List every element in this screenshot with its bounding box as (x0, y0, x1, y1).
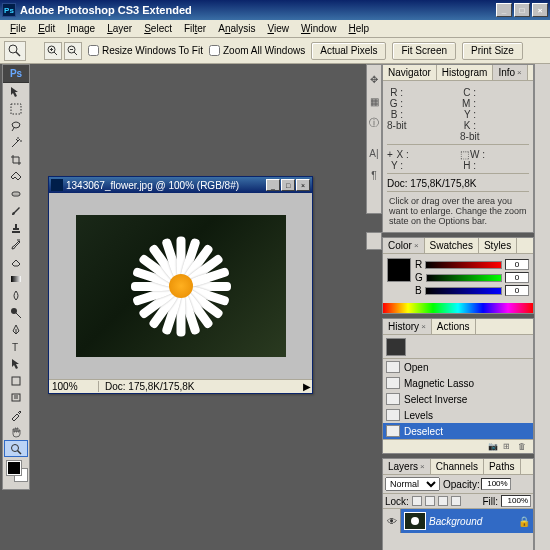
color-tab[interactable]: Color× (383, 238, 425, 253)
lock-all-button[interactable] (451, 496, 461, 506)
color-swatches[interactable] (3, 459, 29, 485)
info-dock-icon[interactable]: ⓘ (367, 113, 381, 133)
history-item-open[interactable]: Open (383, 359, 533, 375)
brush-tool[interactable] (4, 202, 28, 219)
marquee-tool[interactable] (4, 100, 28, 117)
fit-screen-button[interactable]: Fit Screen (392, 42, 456, 60)
doc-minimize-button[interactable]: _ (266, 179, 280, 191)
lasso-tool[interactable] (4, 117, 28, 134)
lock-transparency-button[interactable] (412, 496, 422, 506)
new-snapshot-button[interactable]: 📷 (488, 442, 500, 452)
menu-help[interactable]: Help (343, 21, 376, 36)
visibility-toggle[interactable]: 👁 (383, 509, 401, 533)
zoom-field[interactable]: 100% (49, 381, 99, 392)
blur-tool[interactable] (4, 287, 28, 304)
maximize-button[interactable]: □ (514, 3, 530, 17)
foreground-color-swatch[interactable] (7, 461, 21, 475)
eraser-tool[interactable] (4, 253, 28, 270)
doc-close-button[interactable]: × (296, 179, 310, 191)
history-item-deselect[interactable]: Deselect (383, 423, 533, 439)
doc-size-info[interactable]: Doc: 175,8K/175,8K (99, 381, 302, 392)
menu-layer[interactable]: Layer (101, 21, 138, 36)
print-size-button[interactable]: Print Size (462, 42, 523, 60)
fill-value[interactable]: 100% (501, 495, 531, 507)
menu-analysis[interactable]: Analysis (212, 21, 261, 36)
move-tool[interactable] (4, 83, 28, 100)
pen-tool[interactable] (4, 321, 28, 338)
snapshot-thumb[interactable] (386, 338, 406, 356)
r-slider[interactable] (425, 261, 502, 269)
menu-filter[interactable]: Filter (178, 21, 212, 36)
navigator-tab[interactable]: Navigator (383, 65, 437, 80)
b-slider[interactable] (425, 287, 502, 295)
histogram-tab[interactable]: Histogram (437, 65, 494, 80)
lock-position-button[interactable] (438, 496, 448, 506)
menu-select[interactable]: Select (138, 21, 178, 36)
paragraph-dock-icon[interactable]: ¶ (367, 165, 381, 185)
history-item-levels[interactable]: Levels (383, 407, 533, 423)
history-tab[interactable]: History× (383, 319, 432, 334)
history-item-lasso[interactable]: Magnetic Lasso (383, 375, 533, 391)
navigator-dock-icon[interactable]: ✥ (367, 69, 381, 89)
b-value[interactable]: 0 (505, 285, 529, 296)
current-tool-indicator[interactable] (4, 41, 26, 61)
wand-tool[interactable] (4, 134, 28, 151)
swatches-tab[interactable]: Swatches (425, 238, 479, 253)
ps-badge[interactable]: Ps (3, 65, 29, 83)
layer-name[interactable]: Background (429, 516, 518, 527)
character-dock-icon[interactable]: A| (367, 143, 381, 163)
layer-background[interactable]: 👁 Background 🔒 (383, 509, 533, 533)
channels-tab[interactable]: Channels (431, 459, 484, 474)
eyedropper-tool[interactable] (4, 406, 28, 423)
history-brush-tool[interactable] (4, 236, 28, 253)
collapsed-dock-1[interactable] (366, 232, 382, 250)
type-tool[interactable]: T (4, 338, 28, 355)
info-tab[interactable]: Info× (493, 65, 527, 80)
path-select-tool[interactable] (4, 355, 28, 372)
document-window[interactable]: 1343067_flower.jpg @ 100% (RGB/8#) _ □ × (48, 176, 313, 394)
histogram-dock-icon[interactable]: ▦ (367, 91, 381, 111)
menu-window[interactable]: Window (295, 21, 343, 36)
minimize-button[interactable]: _ (496, 3, 512, 17)
blend-mode-select[interactable]: Normal (385, 477, 440, 491)
g-slider[interactable] (426, 274, 502, 282)
spectrum-ramp[interactable] (383, 303, 533, 313)
hand-tool[interactable] (4, 423, 28, 440)
actual-pixels-button[interactable]: Actual Pixels (311, 42, 386, 60)
stamp-tool[interactable] (4, 219, 28, 236)
layers-tab[interactable]: Layers× (383, 459, 431, 474)
gradient-tool[interactable] (4, 270, 28, 287)
status-menu-button[interactable]: ▶ (302, 381, 312, 392)
crop-tool[interactable] (4, 151, 28, 168)
zoom-all-checkbox[interactable]: Zoom All Windows (209, 45, 305, 56)
styles-tab[interactable]: Styles (479, 238, 517, 253)
doc-maximize-button[interactable]: □ (281, 179, 295, 191)
history-item-select-inverse[interactable]: Select Inverse (383, 391, 533, 407)
slice-tool[interactable] (4, 168, 28, 185)
resize-windows-checkbox[interactable]: Resize Windows To Fit (88, 45, 203, 56)
shape-tool[interactable] (4, 372, 28, 389)
zoom-tool[interactable] (4, 440, 28, 457)
opacity-value[interactable]: 100% (481, 478, 511, 490)
new-state-button[interactable]: ⊞ (503, 442, 515, 452)
dodge-tool[interactable] (4, 304, 28, 321)
right-dock-edge[interactable] (534, 64, 550, 550)
healing-tool[interactable] (4, 185, 28, 202)
document-title-bar[interactable]: 1343067_flower.jpg @ 100% (RGB/8#) _ □ × (49, 177, 312, 193)
lock-pixels-button[interactable] (425, 496, 435, 506)
menu-edit[interactable]: Edit (32, 21, 61, 36)
image-canvas[interactable] (76, 215, 286, 357)
delete-state-button[interactable]: 🗑 (518, 442, 530, 452)
menu-file[interactable]: File (4, 21, 32, 36)
close-button[interactable]: × (532, 3, 548, 17)
zoom-in-mode[interactable] (44, 42, 62, 60)
r-value[interactable]: 0 (505, 259, 529, 270)
actions-tab[interactable]: Actions (432, 319, 476, 334)
g-value[interactable]: 0 (505, 272, 529, 283)
notes-tool[interactable] (4, 389, 28, 406)
menu-image[interactable]: Image (61, 21, 101, 36)
menu-view[interactable]: View (261, 21, 295, 36)
color-swatch[interactable] (387, 258, 411, 282)
layer-thumbnail[interactable] (404, 512, 426, 530)
paths-tab[interactable]: Paths (484, 459, 521, 474)
